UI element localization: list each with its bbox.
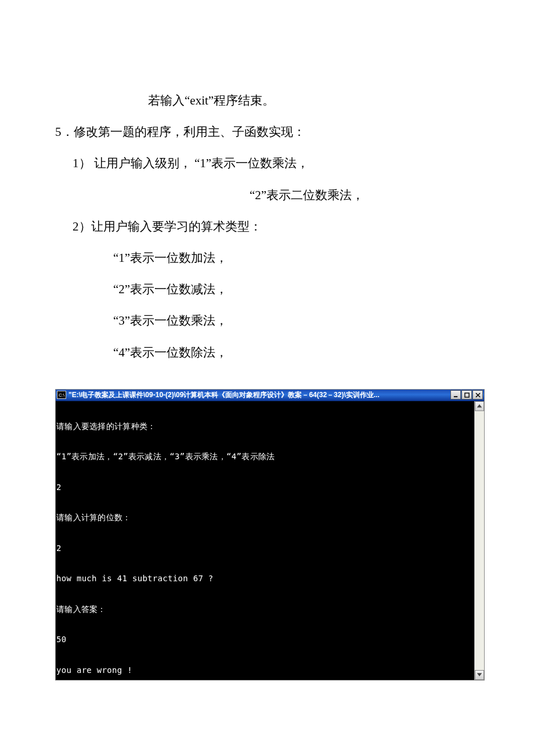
window-title: "E:\电子教案及上课课件\09-10-(2)\09计算机本科《面向对象程序设计… — [68, 390, 450, 400]
chevron-down-icon — [475, 671, 484, 679]
svg-rect-0 — [453, 396, 457, 397]
doc-text-line: “1”表示一位数加法， — [55, 244, 479, 271]
console-line: 50 — [56, 635, 474, 645]
console-output[interactable]: 请输入要选择的计算种类： “1”表示加法，“2”表示减法，“3”表示乘法，“4”… — [56, 401, 474, 680]
doc-text-line: “2”表示一位数减法， — [55, 276, 479, 303]
doc-text-line: “3”表示一位数乘法， — [55, 307, 479, 334]
window-buttons — [450, 390, 483, 399]
scroll-track[interactable] — [475, 411, 484, 670]
scroll-up-button[interactable] — [475, 401, 484, 411]
doc-text-line: 若输入“exit”程序结束。 — [55, 87, 479, 114]
console-line: 2 — [56, 483, 474, 493]
window-titlebar[interactable]: C:\ "E:\电子教案及上课课件\09-10-(2)\09计算机本科《面向对象… — [56, 390, 484, 401]
doc-text-line: “2”表示二位数乘法， — [55, 182, 479, 208]
console-line: 请输入要选择的计算种类： — [56, 422, 474, 432]
console-body: 请输入要选择的计算种类： “1”表示加法，“2”表示减法，“3”表示乘法，“4”… — [56, 401, 484, 680]
console-line: 请输入计算的位数： — [56, 513, 474, 523]
doc-text-line: “4”表示一位数除法， — [55, 339, 479, 366]
svg-rect-1 — [464, 393, 468, 397]
chevron-up-icon — [475, 402, 484, 410]
console-line: 请输入答案： — [56, 604, 474, 615]
doc-text-line: 2）让用户输入要学习的算术类型： — [55, 213, 479, 240]
console-line: how much is 41 subtraction 67 ? — [56, 574, 474, 584]
minimize-button[interactable] — [450, 390, 461, 399]
console-line: “1”表示加法，“2”表示减法，“3”表示乘法，“4”表示除法 — [56, 452, 474, 462]
vertical-scrollbar[interactable] — [474, 401, 484, 680]
console-window: C:\ "E:\电子教案及上课课件\09-10-(2)\09计算机本科《面向对象… — [55, 389, 485, 681]
console-line: you are wrong ! — [56, 665, 474, 676]
console-line: 2 — [56, 543, 474, 554]
close-button[interactable] — [472, 390, 483, 399]
doc-text-line: 1） 让用户输入级别， “1”表示一位数乘法， — [55, 150, 479, 177]
maximize-button[interactable] — [461, 390, 472, 399]
doc-text-line: 5．修改第一题的程序，利用主、子函数实现： — [55, 118, 479, 145]
cmd-icon: C:\ — [57, 391, 66, 399]
scroll-down-button[interactable] — [475, 670, 484, 680]
